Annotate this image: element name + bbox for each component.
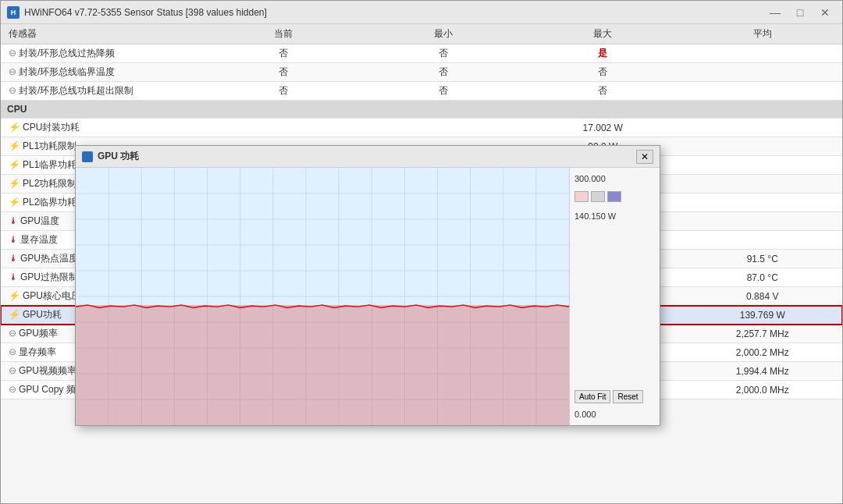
main-window: H HWiNFO64 v7.72-5355 Sensor Status [398… [0, 0, 843, 504]
auto-fit-button[interactable]: Auto Fit [574, 390, 610, 403]
sensor-avg [683, 231, 843, 250]
sensor-avg: 1,994.4 MHz [683, 362, 843, 381]
table-row: CPU [1, 101, 842, 119]
sensor-avg: 139.769 W [683, 306, 843, 325]
thermometer-icon: 🌡 [9, 215, 18, 226]
sensor-avg: 2,257.7 MHz [683, 325, 843, 343]
minus-icon: ⊖ [9, 66, 16, 77]
sensor-table-container: 传感器 当前 最小 最大 平均 ⊖封装/环形总线过热降频否否是⊖封装/环形总线临… [1, 24, 842, 503]
sensor-min [364, 119, 524, 137]
col-current: 当前 [204, 24, 364, 44]
chart-right-panel: 300.000 140.150 W Auto Fit Reset 0.000 [570, 168, 660, 425]
chart-min-value: 0.000 [574, 410, 655, 419]
reset-button[interactable]: Reset [613, 390, 642, 403]
minus-icon: ⊖ [9, 328, 16, 339]
sensor-avg [683, 193, 843, 212]
minus-icon: ⊖ [9, 365, 16, 376]
col-avg: 平均 [683, 24, 843, 44]
color-box-gray [591, 191, 605, 202]
dialog-content: 300.000 140.150 W Auto Fit Reset 0.000 [76, 168, 660, 425]
table-row: ⚡CPU封装功耗17.002 W [1, 119, 842, 137]
sensor-avg: 91.5 °C [683, 250, 843, 268]
close-button[interactable]: ✕ [814, 5, 836, 20]
col-sensor: 传感器 [1, 24, 204, 44]
chart-color-legend [574, 191, 655, 202]
sensor-current: 否 [204, 82, 364, 101]
sensor-name: ⊖封装/环形总线临界温度 [1, 63, 204, 82]
sensor-current [204, 119, 364, 137]
lightning-icon: ⚡ [9, 309, 20, 320]
sensor-avg: 87.0 °C [683, 268, 843, 287]
thermometer-icon: 🌡 [9, 272, 18, 282]
window-controls: — □ ✕ [764, 5, 836, 20]
sensor-avg [683, 156, 843, 175]
sensor-name: ⊖封装/环形总线过热降频 [1, 44, 204, 63]
dialog-title: GPU 功耗 [98, 150, 636, 163]
sensor-current: 否 [204, 63, 364, 82]
table-row: ⊖封装/环形总线临界温度否否否 [1, 63, 842, 82]
table-row: ⊖封装/环形总线过热降频否否是 [1, 44, 842, 63]
sensor-avg [683, 119, 843, 137]
chart-svg [76, 168, 569, 425]
maximize-button[interactable]: □ [789, 5, 811, 20]
section-header-cell: CPU [1, 101, 842, 119]
sensor-max: 否 [523, 82, 683, 101]
sensor-avg: 2,000.2 MHz [683, 343, 843, 362]
sensor-avg [683, 212, 843, 231]
table-row: ⊖封装/环形总线功耗超出限制否否否 [1, 82, 842, 101]
sensor-avg [683, 137, 843, 156]
thermometer-icon: 🌡 [9, 234, 18, 245]
lightning-icon: ⚡ [9, 159, 20, 170]
lightning-icon: ⚡ [9, 122, 20, 133]
svg-rect-24 [76, 305, 569, 425]
color-box-blue [607, 191, 621, 202]
chart-buttons: Auto Fit Reset [574, 390, 655, 403]
sensor-max: 是 [523, 44, 683, 63]
max-value-red: 是 [598, 48, 607, 59]
lightning-icon: ⚡ [9, 140, 20, 151]
sensor-min: 否 [364, 82, 524, 101]
color-box-pink [574, 191, 589, 202]
chart-current-value: 140.150 W [574, 211, 655, 221]
sensor-avg [683, 44, 843, 63]
col-min: 最小 [364, 24, 524, 44]
lightning-icon: ⚡ [9, 178, 20, 189]
app-icon: H [7, 6, 20, 19]
sensor-avg [683, 63, 843, 82]
sensor-current: 否 [204, 44, 364, 63]
sensor-min: 否 [364, 44, 524, 63]
section-label: CPU [7, 104, 27, 115]
title-bar: H HWiNFO64 v7.72-5355 Sensor Status [398… [1, 1, 842, 24]
sensor-max: 17.002 W [523, 119, 683, 137]
minus-icon: ⊖ [9, 48, 16, 59]
window-title: HWiNFO64 v7.72-5355 Sensor Status [398 v… [24, 7, 764, 18]
gpu-chart-dialog[interactable]: GPU 功耗 ✕ [75, 145, 660, 426]
minus-icon: ⊖ [9, 346, 16, 357]
dialog-close-button[interactable]: ✕ [636, 150, 653, 164]
dialog-icon [82, 151, 93, 162]
thermometer-icon: 🌡 [9, 253, 18, 264]
col-max: 最大 [523, 24, 683, 44]
sensor-avg [683, 175, 843, 193]
dialog-title-bar: GPU 功耗 ✕ [76, 146, 660, 168]
chart-max-value: 300.000 [574, 174, 655, 183]
sensor-name: ⊖封装/环形总线功耗超出限制 [1, 82, 204, 101]
sensor-name: ⚡CPU封装功耗 [1, 119, 204, 137]
chart-area [76, 168, 570, 425]
lightning-icon: ⚡ [9, 290, 20, 301]
sensor-avg [683, 82, 843, 101]
sensor-avg: 0.884 V [683, 287, 843, 306]
minimize-button[interactable]: — [764, 5, 786, 20]
sensor-min: 否 [364, 63, 524, 82]
sensor-max: 否 [523, 63, 683, 82]
minus-icon: ⊖ [9, 384, 16, 395]
minus-icon: ⊖ [9, 85, 16, 96]
lightning-icon: ⚡ [9, 197, 20, 208]
sensor-avg: 2,000.0 MHz [683, 381, 843, 399]
